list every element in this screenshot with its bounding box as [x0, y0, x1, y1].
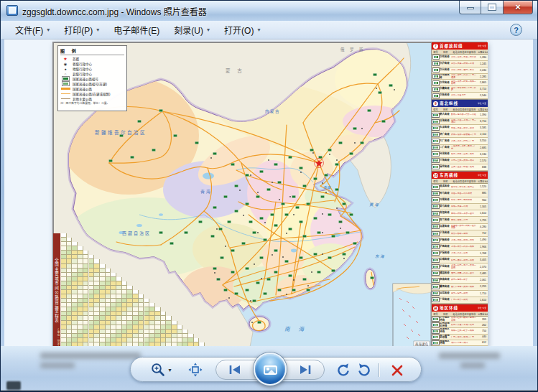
fit-to-window-button[interactable]	[187, 362, 204, 378]
minimize-button[interactable]	[459, 1, 481, 14]
route-panel: 7首都放射线单位:公里编号名称起讫点及途经主要城市公路全长kmG1京哈高速北京—…	[432, 42, 488, 100]
window-title: zggsgldt.downcc.com.jpg - Windows 照片查看器	[22, 5, 207, 17]
mileage-grid	[61, 233, 217, 347]
slideshow-icon	[264, 365, 277, 375]
route-panel: 9南北纵线单位:公里编号名称起讫点及途经主要城市公路全长kmG11鹤大高速鹤岗—…	[432, 100, 488, 172]
window-controls: ×	[459, 1, 533, 14]
route-row: G40沪陕高速上海—合肥—南阳—西安1,490	[432, 237, 488, 243]
route-row: G25长深高速长春—天津—南京—深圳3,585	[432, 125, 488, 131]
route-panels: 7首都放射线单位:公里编号名称起讫点及途经主要城市公路全长kmG1京哈高速北京—…	[431, 42, 488, 347]
route-row: G92杭州湾地区环线杭州—宁波—上海—杭州262	[432, 322, 488, 328]
route-row: G80广昆高速广州—南宁—昆明1,610	[432, 297, 488, 304]
legend-label: 省级行政中心	[73, 62, 92, 66]
route-row: G55二广高速二连浩特—太原—襄阳—广州2,685	[432, 145, 488, 151]
route-row: G6京藏高速北京—呼和浩特—兰州—拉萨3,710	[432, 86, 488, 93]
previous-button[interactable]	[224, 363, 246, 377]
photo-image[interactable]: 新疆维吾尔自治区 西藏自治区 青 海 内蒙古 蒙 古 俄 罗 斯 渤海 黄 海 …	[52, 42, 487, 346]
route-row: G94珠三角地区环线广州—深圳—珠海—广州440	[432, 335, 488, 340]
route-row: G72泉南高速泉州—桂林—南宁2,061	[432, 277, 488, 284]
window-border-left	[1, 39, 4, 346]
route-row: G22青兰高速青岛—邯郸—兰州1,795	[432, 217, 488, 223]
south-china-sea-inset: 南海诸岛	[393, 284, 431, 347]
maximize-icon	[488, 4, 496, 10]
route-row: G91辽中地区环线沈阳—辽阳—鞍山—盘锦—沈阳399	[432, 317, 488, 322]
legend-label: 国家高速公路(在建或规划)	[73, 92, 111, 96]
legend-label: 其他主要公路	[73, 97, 92, 101]
rotate-clockwise-button[interactable]	[355, 362, 374, 378]
legend-item: ○县级行政中心	[60, 71, 124, 76]
previous-icon	[227, 363, 243, 376]
panel-title: 南北纵线	[440, 101, 458, 106]
route-row: G35济广高速济南—菏泽—景德镇—广州2,110	[432, 131, 488, 138]
label-mongolia: 蒙 古	[226, 67, 245, 74]
route-row: G56杭瑞高速杭州—黄山—昆明—瑞丽3,405	[432, 257, 488, 263]
chevron-down-icon: ▾	[257, 27, 260, 33]
route-row: G70福银高速福州—南昌—武汉—银川2,485	[432, 271, 488, 277]
next-button[interactable]	[294, 363, 316, 377]
route-panel: 18东西横线单位:公里编号名称起讫点及途经主要城市公路全长kmG10绥满高速绥芬…	[432, 172, 488, 304]
title-bar[interactable]: zggsgldt.downcc.com.jpg - Windows 照片查看器 …	[1, 1, 537, 21]
close-button[interactable]: ×	[503, 1, 533, 14]
thick-symbol-icon	[61, 88, 70, 89]
zoom-button[interactable]: ▾	[148, 361, 174, 378]
panel-header: 环地区环线单位:公里	[432, 304, 488, 312]
play-slideshow-button[interactable]	[254, 353, 287, 386]
route-row: G50沪渝高速上海—武汉—重庆1,768	[432, 251, 488, 257]
menu-print[interactable]: 打印(P) ▾	[57, 22, 106, 38]
route-row: G3京台高速北京—济南—福州—台北2,030	[432, 67, 488, 74]
legend-label: 首都	[73, 57, 79, 61]
rotate-counterclockwise-button[interactable]	[333, 362, 352, 378]
legend-label: 国家高速公路编号(在建)	[73, 82, 107, 86]
legend-title: 图 例	[60, 47, 124, 55]
maximize-button[interactable]	[481, 1, 503, 14]
magnifier-icon	[150, 362, 166, 378]
menu-bar: 文件(F) ▾ 打印(P) ▾ 电子邮件(E) 刻录(U) ▾ 打开(O) ▾ …	[1, 21, 538, 39]
app-icon	[6, 5, 18, 16]
menu-email[interactable]: 电子邮件(E)	[107, 22, 166, 38]
route-row: G5京昆高速北京—太原—西安—成都—昆明2,865	[432, 80, 488, 86]
desktop-peek-icon	[6, 381, 21, 390]
badge-symbol-icon	[62, 77, 69, 80]
panel-header: 18东西横线单位:公里	[432, 172, 488, 179]
panel-note: 单位:公里	[478, 45, 486, 47]
panel-columns: 编号名称起讫点及途经主要城市公路全长km	[432, 312, 488, 317]
toolbar-divider	[379, 363, 379, 377]
chevron-down-icon: ▾	[47, 27, 50, 33]
legend-item: 国家高速公路编号	[60, 76, 124, 81]
label-russia: 俄 罗 斯	[340, 47, 366, 52]
menu-open[interactable]: 打开(O) ▾	[218, 22, 266, 38]
menu-burn[interactable]: 刻录(U) ▾	[167, 22, 216, 38]
route-row: G1京哈高速北京—沈阳—长春—哈尔滨1,280	[432, 55, 488, 61]
chevron-down-icon: ▾	[168, 367, 171, 373]
help-icon[interactable]: ?	[510, 24, 522, 36]
legend-label: 国家高速公路编号	[73, 77, 98, 81]
dcircle-symbol-icon: ◉	[64, 62, 67, 66]
legend-item: 国家高速公路编号(在建)	[60, 81, 124, 86]
delete-button[interactable]	[386, 362, 408, 378]
route-row: G12珲乌高速珲春—长春—乌兰浩特885	[432, 190, 488, 197]
ocircle-symbol-icon: ○	[64, 72, 66, 76]
panel-note: 单位:公里	[478, 307, 486, 309]
photo-viewer-window: zggsgldt.downcc.com.jpg - Windows 照片查看器 …	[0, 0, 538, 392]
legend-item: 国家高速公路(在建或规划)	[60, 91, 124, 96]
route-row: G75兰海高速兰州—重庆—贵阳—海口2,570	[432, 158, 488, 164]
panel-header: 9南北纵线单位:公里	[432, 100, 488, 107]
route-row: G16丹锡高速丹东—锦州—锡林浩特960	[432, 197, 488, 204]
panel-columns: 编号名称起讫点及途经主要城市公路全长km	[432, 179, 488, 184]
panel-columns: 编号名称起讫点及途经主要城市公路全长km	[432, 50, 488, 55]
route-row: G2京沪高速北京—天津—济南—上海1,245	[432, 61, 488, 67]
viewer-toolbar: ▾	[130, 357, 422, 382]
panel-badge: 9	[433, 101, 438, 106]
label-qinghai: 青 海	[200, 189, 210, 195]
thin-symbol-icon	[61, 98, 70, 99]
map-legend: 图 例 ★首都◉省级行政中心●地级行政中心○县级行政中心国家高速公路编号国家高速…	[57, 45, 127, 111]
route-row: G10绥满高速绥芬河—哈尔滨—满洲里1,520	[432, 184, 488, 190]
rotate-cw-icon	[356, 362, 373, 378]
route-row: G4京港澳高速北京—郑州—武汉—广州—港澳2,285	[432, 74, 488, 80]
label-bohai: 渤海	[323, 185, 331, 190]
menu-file[interactable]: 文件(F) ▾	[9, 22, 56, 38]
panel-note: 单位:公里	[478, 174, 486, 177]
route-row: G30连霍高速连云港—郑州—西安—霍尔果斯4,280	[432, 224, 488, 230]
label-xinjiang: 新疆维吾尔自治区	[95, 129, 147, 136]
circle-symbol-icon: ●	[64, 67, 66, 71]
